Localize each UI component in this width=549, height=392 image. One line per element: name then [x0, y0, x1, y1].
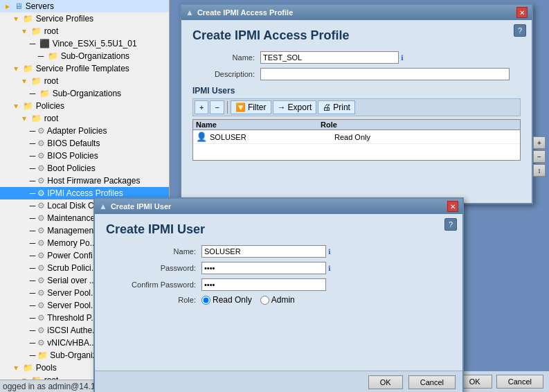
export-btn[interactable]: → Export	[273, 100, 317, 114]
tree-item-root-3[interactable]: ▾ 📁 root	[0, 112, 169, 125]
ipmi-user-footer: OK Cancel	[95, 371, 462, 392]
side-add-btn[interactable]: +	[533, 136, 546, 149]
row-role: Read Only	[334, 133, 517, 141]
role-admin-option[interactable]: Admin	[260, 295, 295, 305]
side-remove-btn[interactable]: −	[533, 150, 546, 163]
ipmi-users-toolbar: + − 🔽 Filter → Export 🖨 Print	[192, 98, 521, 116]
ipmi-user-header: Create IPMI User	[106, 222, 451, 237]
name-input[interactable]	[260, 51, 399, 64]
ipmi-user-title-bar: ▲ Create IPMI User ✕	[95, 199, 462, 214]
name-info-icon: ℹ	[401, 54, 404, 62]
boot-policies-label: Boot Policies	[47, 163, 95, 173]
outer-cancel-button[interactable]: Cancel	[496, 375, 543, 389]
name-label: Name:	[192, 53, 255, 62]
print-btn[interactable]: 🖨 Print	[318, 100, 355, 114]
tree-item-sub-org-2[interactable]: ─ 📁 Sub-Organizations	[0, 87, 169, 100]
user-confirm-row: Confirm Password:	[106, 278, 451, 291]
role-readonly-option[interactable]: Read Only	[201, 295, 252, 305]
print-icon: 🖨	[323, 103, 331, 112]
ipmi-user-title: Create IPMI User	[111, 202, 171, 211]
ipmi-profile-help-button[interactable]: ?	[514, 24, 526, 37]
scroll-header-spacer	[509, 121, 517, 129]
ipmi-user-ok-button[interactable]: OK	[368, 375, 403, 389]
table-header: Name Role	[193, 120, 520, 130]
remove-user-btn[interactable]: −	[210, 100, 224, 114]
ipmi-profile-dialog: ▲ Create IPMI Access Profile ✕ Create IP…	[180, 3, 533, 204]
tree-item-policies[interactable]: ▾ 📁 Policies	[0, 100, 169, 112]
tree-item-servers[interactable]: ▸ 🖥 Servers	[0, 0, 169, 12]
description-row: Description:	[192, 68, 521, 80]
outer-footer: OK Cancel	[452, 371, 549, 392]
ipmi-users-table: Name Role 👤 SOLUSER Read Only	[192, 119, 521, 161]
col-header-name: Name	[196, 121, 321, 129]
ipmi-users-section-title: IPMI Users	[192, 86, 521, 96]
tree-item-bios-defaults[interactable]: ─⚙ BIOS Defaults	[0, 137, 169, 150]
tree-item-adapter[interactable]: ─⚙ Adapter Policies	[0, 125, 169, 137]
service-profile-templates-label: Service Profile Templates	[36, 64, 129, 73]
role-label: Role:	[106, 296, 196, 304]
user-dialog-icon: ▲	[99, 202, 107, 211]
side-scroll-btn[interactable]: ↕	[533, 164, 546, 177]
row-name: SOLUSER	[210, 133, 334, 141]
add-user-btn[interactable]: +	[195, 100, 208, 114]
ipmi-profile-close-button[interactable]: ✕	[516, 7, 528, 18]
role-row: Role: Read Only Admin	[106, 295, 451, 305]
user-name-label: Name:	[106, 247, 196, 256]
description-label: Description:	[192, 70, 255, 78]
tree-item-spt[interactable]: ▾ 📁 Service Profile Templates	[0, 62, 169, 75]
user-password-row: Password: ℹ	[106, 262, 451, 274]
role-readonly-label: Read Only	[213, 295, 252, 305]
user-password-label: Password:	[106, 264, 196, 272]
tree-item-root-1[interactable]: ▾ 📁 root	[0, 25, 169, 37]
role-readonly-radio[interactable]	[201, 296, 210, 305]
filter-btn[interactable]: 🔽 Filter	[231, 100, 271, 114]
name-row: Name: ℹ	[192, 51, 521, 64]
user-confirm-input[interactable]	[201, 278, 326, 291]
description-input[interactable]	[260, 68, 510, 80]
ipmi-user-dialog: ▲ Create IPMI User ✕ Create IPMI User ? …	[93, 197, 464, 392]
tree-item-sub-org-1[interactable]: ─ 📁 Sub-Organizations	[0, 50, 169, 62]
export-icon: →	[278, 103, 286, 112]
ipmi-profile-body: Create IPMI Access Profile ? Name: ℹ Des…	[181, 20, 532, 169]
ipmi-profile-title: Create IPMI Access Profile	[197, 8, 293, 17]
ipmi-user-close-button[interactable]: ✕	[447, 201, 458, 212]
ipmi-profile-title-bar: ▲ Create IPMI Access Profile ✕	[181, 5, 532, 20]
role-admin-label: Admin	[271, 295, 295, 305]
filter-icon: 🔽	[235, 103, 246, 112]
user-name-input[interactable]	[201, 245, 326, 258]
tree-item-service-profiles[interactable]: ▾ 📁 Service Profiles	[0, 12, 169, 25]
tree-item-vince[interactable]: ─ ⬛ Vince_ESXi_5.5U1_01	[0, 37, 169, 50]
ipmi-user-help-button[interactable]: ?	[444, 218, 457, 231]
tree-item-root-2[interactable]: ▾ 📁 root	[0, 75, 169, 87]
toolbar-sep	[227, 101, 228, 114]
user-name-info-icon: ℹ	[328, 248, 331, 256]
user-icon: 👤	[196, 132, 207, 142]
ipmi-user-body: Create IPMI User ? Name: ℹ Password: ℹ C…	[95, 214, 462, 339]
ipmi-profile-header: Create IPMI Access Profile	[192, 28, 521, 43]
tree-item-host-firmware[interactable]: ─⚙ Host Firmware Packages	[0, 175, 169, 187]
user-confirm-label: Confirm Password:	[106, 280, 196, 289]
user-password-input[interactable]	[201, 262, 326, 274]
tree-item-bios-policies[interactable]: ─⚙ BIOS Policies	[0, 150, 169, 162]
table-row[interactable]: 👤 SOLUSER Read Only	[193, 130, 520, 144]
ipmi-user-cancel-button[interactable]: Cancel	[408, 375, 456, 389]
user-name-row: Name: ℹ	[106, 245, 451, 258]
role-admin-radio[interactable]	[260, 296, 269, 305]
col-header-role: Role	[321, 121, 509, 129]
tree-item-boot-policies[interactable]: ─⚙ Boot Policies	[0, 162, 169, 175]
profiles-label: Pools	[36, 363, 57, 373]
user-password-info-icon: ℹ	[328, 265, 331, 272]
dialog-icon: ▲	[186, 8, 194, 17]
